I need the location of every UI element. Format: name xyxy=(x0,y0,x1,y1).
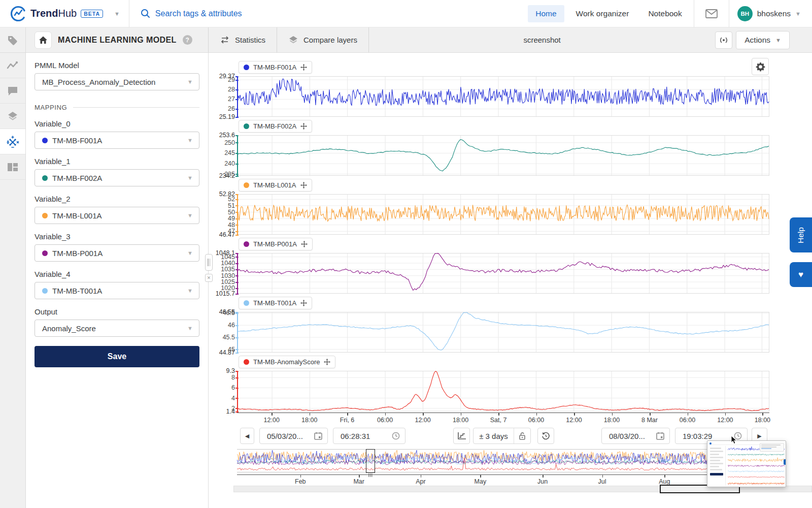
statistics-icon xyxy=(220,36,230,44)
model-config-panel: PMML Model MB_Process_Anomaly_Detection▼… xyxy=(26,53,209,508)
live-mode-button[interactable] xyxy=(715,31,732,49)
tag-icon[interactable] xyxy=(7,34,19,46)
sidebar-item-layers[interactable] xyxy=(0,104,25,129)
overview-selection-window[interactable] xyxy=(366,449,375,473)
overview-month-axis: FebMarAprMayJunJulAug xyxy=(237,474,769,486)
move-handle-icon[interactable] xyxy=(300,182,307,188)
y-axis-label: 245 xyxy=(211,149,235,157)
help-tab[interactable]: Help xyxy=(790,217,812,252)
legend-chip-TM-MB-L001A[interactable]: TM-MB-L001A xyxy=(239,179,312,192)
x-tick xyxy=(612,412,613,416)
x-tick-label: Sat, 7 xyxy=(490,417,507,424)
variable-group: Variable_4TM-MB-T001A▼ xyxy=(35,270,199,299)
save-button[interactable]: Save xyxy=(35,346,199,367)
statistics-button[interactable]: Statistics xyxy=(209,27,277,52)
lock-range-icon[interactable] xyxy=(514,428,530,443)
mini-panel xyxy=(708,446,726,486)
user-menu[interactable]: BH bhoskens ▼ xyxy=(729,6,812,21)
x-tick xyxy=(347,412,348,416)
beta-badge: BETA xyxy=(81,10,103,18)
trend-charts: TM-MB-F001A2627282929.3725.19TM-MB-F002A… xyxy=(211,60,769,414)
variable-label: Variable_4 xyxy=(35,270,199,278)
output-select[interactable]: Anomaly_Score▼ xyxy=(35,320,199,337)
start-date-field[interactable]: 05/03/20... xyxy=(259,428,328,444)
x-tick-label: 06:00 xyxy=(377,417,393,424)
sidebar-item-trends[interactable] xyxy=(0,53,25,78)
legend-chip-TM-MB-F002A[interactable]: TM-MB-F002A xyxy=(239,120,312,133)
brand[interactable]: TrendHub BETA ▼ xyxy=(0,6,129,22)
select-chevron-down-icon: ▼ xyxy=(187,212,193,218)
time-range-label[interactable]: ± 3 days xyxy=(473,432,514,440)
actions-button[interactable]: Actions▼ xyxy=(736,31,790,49)
month-tick xyxy=(602,474,603,478)
search-input[interactable]: Search tags & attributes xyxy=(155,9,242,18)
section-rule xyxy=(73,107,199,108)
panel-collapse-button[interactable]: ✕ xyxy=(205,274,213,282)
plot-area-TM-MB-T001A xyxy=(237,312,769,353)
move-handle-icon[interactable] xyxy=(300,64,307,71)
month-label: Apr xyxy=(416,478,425,485)
variable-select-4[interactable]: TM-MB-T001A▼ xyxy=(35,282,199,299)
x-tick xyxy=(272,412,273,416)
x-tick-label: 12:00 xyxy=(415,417,430,424)
panel-splitter-handle[interactable] xyxy=(205,254,213,271)
nav-item-home[interactable]: Home xyxy=(528,5,564,22)
history-button[interactable] xyxy=(537,428,554,444)
legend-chip-TM-MB-P001A[interactable]: TM-MB-P001A xyxy=(239,238,313,250)
brand-name: TrendHub xyxy=(30,8,77,19)
chart-settings-button[interactable] xyxy=(752,58,769,75)
sidebar-item-comments[interactable] xyxy=(0,78,25,104)
month-label: Jun xyxy=(537,478,548,485)
x-tick xyxy=(423,412,424,416)
mail-icon[interactable] xyxy=(705,9,718,18)
variable-select-1[interactable]: TM-MB-F002A▼ xyxy=(35,169,199,186)
clock-icon xyxy=(392,432,400,440)
nav-item-work-organizer[interactable]: Work organizer xyxy=(568,5,637,22)
sidebar-item-dashboard[interactable] xyxy=(0,154,25,180)
variable-label: Variable_0 xyxy=(35,119,199,128)
variable-select-2[interactable]: TM-MB-L001A▼ xyxy=(35,207,199,224)
variable-select-3[interactable]: TM-MB-P001A▼ xyxy=(35,244,199,262)
user-name: bhoskens xyxy=(757,9,791,18)
end-date-field[interactable]: 08/03/20... xyxy=(601,428,670,444)
variable-label: Variable_1 xyxy=(35,157,199,166)
sidebar-item-ml-model[interactable] xyxy=(0,129,25,154)
avatar[interactable]: BH xyxy=(737,6,753,21)
pmml-model-select[interactable]: MB_Process_Anomaly_Detection▼ xyxy=(35,73,199,90)
pan-left-button[interactable]: ◀ xyxy=(240,428,254,444)
compare-layers-button[interactable]: Compare layers xyxy=(277,27,369,52)
variable-select-0[interactable]: TM-MB-F001A▼ xyxy=(35,132,199,149)
x-tick-label: 12:00 xyxy=(717,417,733,424)
start-time-field[interactable]: 06:28:31 xyxy=(333,428,405,444)
series-color-dot xyxy=(244,123,249,129)
series-color-dot xyxy=(42,213,48,218)
select-chevron-down-icon: ▼ xyxy=(187,288,193,294)
search-bar[interactable]: Search tags & attributes xyxy=(129,9,528,18)
title-help-icon[interactable]: ? xyxy=(183,35,192,45)
move-handle-icon[interactable] xyxy=(301,241,308,247)
variable-label: Variable_3 xyxy=(35,232,199,241)
legend-chip-TM-MB-T001A[interactable]: TM-MB-T001A xyxy=(239,297,312,309)
month-label: Jul xyxy=(598,478,606,485)
variable-group: Variable_2TM-MB-L001A▼ xyxy=(35,195,199,224)
brand-chevron-down-icon[interactable]: ▼ xyxy=(114,11,120,17)
scales-settings-button[interactable] xyxy=(453,428,470,444)
legend-chip-TM-MB-AnomalyScore[interactable]: TM-MB-AnomalyScore xyxy=(239,356,335,368)
chart-TM-MB-L001A: TM-MB-L001A47484950515252.8246.47 xyxy=(211,178,769,237)
move-handle-icon[interactable] xyxy=(300,123,307,130)
variable-label: Variable_2 xyxy=(35,195,199,203)
screenshot-preview-thumbnail[interactable] xyxy=(707,440,786,487)
legend-chip-TM-MB-F001A[interactable]: TM-MB-F001A xyxy=(239,61,312,74)
y-axis-label: 250 xyxy=(211,139,235,147)
move-handle-icon[interactable] xyxy=(300,300,307,306)
x-tick xyxy=(725,412,726,416)
plot-area-TM-MB-L001A xyxy=(237,194,769,235)
layers-icon xyxy=(288,35,298,45)
move-handle-icon[interactable] xyxy=(324,359,330,365)
overview-context-chart[interactable] xyxy=(237,449,769,472)
plot-area-TM-MB-F002A xyxy=(237,135,769,176)
page-title: MACHINE LEARNING MODEL xyxy=(58,36,177,45)
home-view-button[interactable] xyxy=(35,31,52,49)
nav-item-notebook[interactable]: Notebook xyxy=(640,5,689,22)
favorites-heart-tab[interactable]: ♥ xyxy=(790,262,812,287)
